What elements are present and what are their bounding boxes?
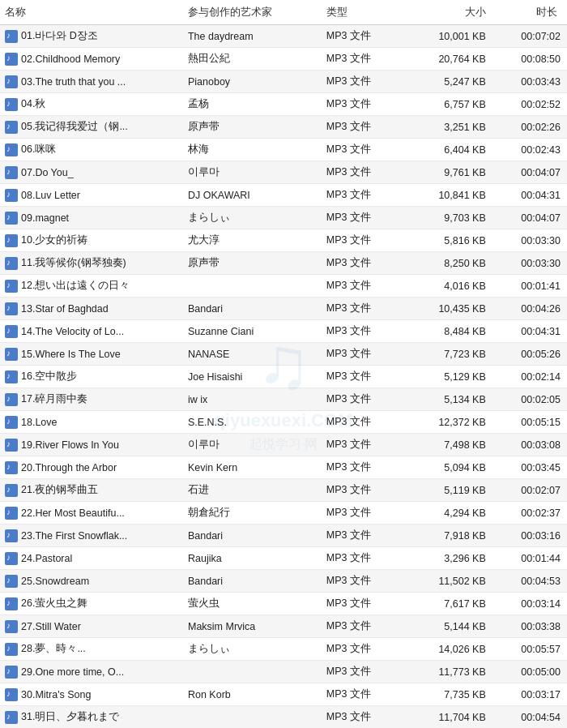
file-icon [5,688,18,701]
file-name: 31.明日、夕暮れまで [21,710,119,724]
cell-artist [183,275,322,298]
table-row[interactable]: 29.One more time, O...MP3 文件11,773 KB00:… [0,661,567,683]
table-row[interactable]: 09.magnetまらしぃMP3 文件9,703 KB00:04:07 [0,207,567,229]
cell-name: 05.我记得我爱过（钢... [0,116,183,139]
table-row[interactable]: 26.萤火虫之舞萤火虫MP3 文件7,617 KB00:03:14 [0,593,567,615]
table-row[interactable]: 05.我记得我爱过（钢...原声带MP3 文件3,251 KB00:02:26 [0,116,567,139]
table-row[interactable]: 20.Through the ArborKevin KernMP3 文件5,09… [0,456,567,479]
table-row[interactable]: 07.Do You_이루마MP3 文件9,761 KB00:04:07 [0,161,567,184]
cell-artist: Bandari [183,525,322,547]
file-name: 27.Still Water [21,621,81,632]
file-icon [5,484,18,497]
table-row[interactable]: 22.Her Most Beautifu...朝倉紀行MP3 文件4,294 K… [0,502,567,525]
cell-name: 10.少女的祈祷 [0,229,183,252]
cell-type: MP3 文件 [322,479,402,502]
cell-name: 20.Through the Arbor [0,456,183,479]
table-row[interactable]: 01.바다와 D장조The daydreamMP3 文件10,001 KB00:… [0,25,567,48]
table-row[interactable]: 04.秋孟杨MP3 文件6,757 KB00:02:52 [0,93,567,116]
file-icon [5,98,18,111]
table-row[interactable]: 17.碎月雨中奏iw ixMP3 文件5,134 KB00:02:05 [0,388,567,411]
cell-size: 10,435 KB [402,298,496,320]
cell-name: 14.The Velocity of Lo... [0,320,183,343]
cell-duration: 00:02:37 [496,502,567,525]
cell-size: 20,764 KB [402,48,496,71]
cell-artist: The daydream [183,25,322,48]
cell-type: MP3 文件 [322,229,402,252]
table-row[interactable]: 30.Mitra's SongRon KorbMP3 文件7,735 KB00:… [0,683,567,706]
file-name: 22.Her Most Beautifu... [21,507,125,519]
cell-size: 14,026 KB [402,638,496,661]
table-row[interactable]: 11.我等候你(钢琴独奏)原声带MP3 文件8,250 KB00:03:30 [0,252,567,275]
file-icon [5,507,18,520]
cell-size: 9,761 KB [402,161,496,184]
file-name: 24.Pastoral [21,553,72,564]
cell-duration: 00:03:08 [496,434,567,456]
file-icon [5,348,18,361]
cell-type: MP3 文件 [322,275,402,298]
file-name: 17.碎月雨中奏 [21,392,87,406]
cell-artist: 朝倉紀行 [183,502,322,525]
cell-size: 4,016 KB [402,275,496,298]
table-row[interactable]: 24.PastoralRaujikaMP3 文件3,296 KB00:01:44 [0,547,567,570]
cell-size: 5,247 KB [402,71,496,93]
cell-type: MP3 文件 [322,139,402,161]
table-row[interactable]: 16.空中散步Joe HisaishiMP3 文件5,129 KB00:02:1… [0,366,567,388]
cell-duration: 00:03:38 [496,615,567,638]
table-row[interactable]: 28.夢、時々...まらしぃMP3 文件14,026 KB00:05:57 [0,638,567,661]
cell-duration: 00:04:26 [496,298,567,320]
file-name: 03.The truth that you ... [21,76,126,88]
file-name: 02.Childhood Memory [21,54,120,65]
cell-duration: 00:02:43 [496,139,567,161]
cell-duration: 00:02:26 [496,116,567,139]
table-row[interactable]: 14.The Velocity of Lo...Suzanne CianiMP3… [0,320,567,343]
table-row[interactable]: 27.Still WaterMaksim MrvicaMP3 文件5,144 K… [0,615,567,638]
cell-artist: Suzanne Ciani [183,320,322,343]
table-row[interactable]: 03.The truth that you ...PianoboyMP3 文件5… [0,71,567,93]
cell-artist: 이루마 [183,434,322,456]
cell-size: 3,251 KB [402,116,496,139]
table-row[interactable]: 15.Where Is The LoveNANASEMP3 文件7,723 KB… [0,343,567,366]
table-body: 01.바다와 D장조The daydreamMP3 文件10,001 KB00:… [0,25,567,729]
music-table: 名称 参与创作的艺术家 类型 大小 时长 01.바다와 D장조The daydr… [0,0,567,728]
col-header-artist: 参与创作的艺术家 [183,0,322,25]
table-row[interactable]: 12.想い出は遠くの日々MP3 文件4,016 KB00:01:41 [0,275,567,298]
file-icon [5,575,18,588]
cell-name: 09.magnet [0,207,183,229]
cell-artist: Joe Hisaishi [183,366,322,388]
cell-type: MP3 文件 [322,161,402,184]
table-row[interactable]: 10.少女的祈祷尤大淳MP3 文件5,816 KB00:03:30 [0,229,567,252]
cell-size: 4,294 KB [402,502,496,525]
cell-type: MP3 文件 [322,252,402,275]
table-row[interactable]: 13.Star of BaghdadBandariMP3 文件10,435 KB… [0,298,567,320]
table-row[interactable]: 25.SnowdreamBandariMP3 文件11,502 KB00:04:… [0,570,567,593]
cell-duration: 00:03:14 [496,593,567,615]
cell-artist: Kevin Kern [183,456,322,479]
cell-artist: S.E.N.S. [183,411,322,434]
cell-duration: 00:05:15 [496,411,567,434]
table-row[interactable]: 21.夜的钢琴曲五石进MP3 文件5,119 KB00:02:07 [0,479,567,502]
cell-name: 01.바다와 D장조 [0,25,183,48]
table-row[interactable]: 18.LoveS.E.N.S.MP3 文件12,372 KB00:05:15 [0,411,567,434]
cell-duration: 00:03:45 [496,456,567,479]
table-row[interactable]: 31.明日、夕暮れまでMP3 文件11,704 KB00:04:54 [0,706,567,729]
cell-type: MP3 文件 [322,298,402,320]
cell-type: MP3 文件 [322,593,402,615]
table-row[interactable]: 19.River Flows In You이루마MP3 文件7,498 KB00… [0,434,567,456]
cell-name: 28.夢、時々... [0,638,183,661]
cell-type: MP3 文件 [322,207,402,229]
cell-duration: 00:03:43 [496,71,567,93]
cell-size: 7,617 KB [402,593,496,615]
table-row[interactable]: 23.The First Snowflak...BandariMP3 文件7,9… [0,525,567,547]
cell-artist: 萤火虫 [183,593,322,615]
cell-duration: 00:07:02 [496,25,567,48]
file-name: 14.The Velocity of Lo... [21,326,124,337]
cell-size: 5,134 KB [402,388,496,411]
cell-name: 06.咪咪 [0,139,183,161]
table-row[interactable]: 08.Luv LetterDJ OKAWARIMP3 文件10,841 KB00… [0,184,567,207]
cell-size: 8,484 KB [402,320,496,343]
cell-size: 5,816 KB [402,229,496,252]
file-list-container: ♫ qiyuexuexi.COM 起悦学习·网 qiyuexuexi.COM 名… [0,0,567,728]
cell-artist: Maksim Mrvica [183,615,322,638]
table-row[interactable]: 06.咪咪林海MP3 文件6,404 KB00:02:43 [0,139,567,161]
table-row[interactable]: 02.Childhood Memory熱田公紀MP3 文件20,764 KB00… [0,48,567,71]
